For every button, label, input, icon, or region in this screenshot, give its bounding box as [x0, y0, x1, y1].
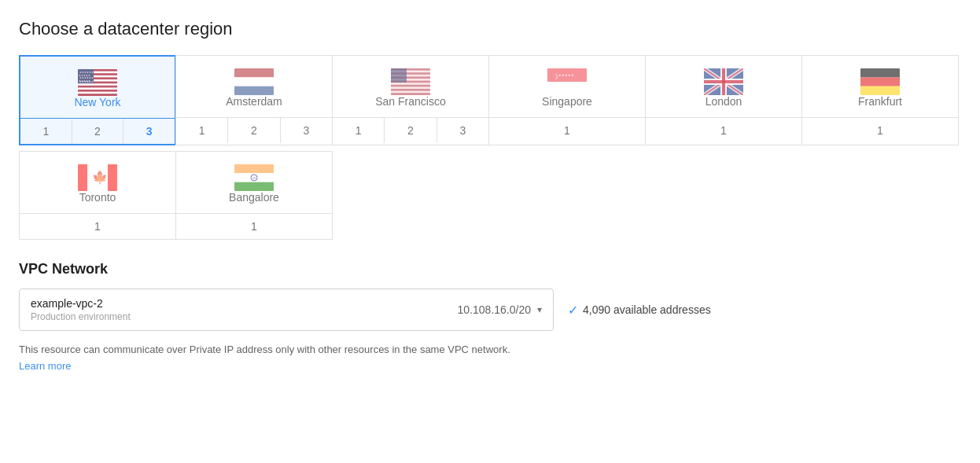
region-sf-num-3[interactable]: 3 [437, 118, 488, 143]
svg-rect-37 [860, 68, 900, 77]
region-name-toronto: Toronto [79, 191, 116, 204]
region-card-london[interactable]: London 1 [645, 55, 802, 145]
svg-text:⊙: ⊙ [252, 175, 256, 180]
flag-gb-icon [704, 68, 743, 95]
chevron-down-icon: ▾ [537, 304, 542, 315]
svg-text:🍁: 🍁 [92, 170, 108, 185]
svg-rect-13 [234, 68, 274, 77]
region-name-singapore: Singapore [542, 95, 592, 108]
learn-more-link[interactable]: Learn more [19, 360, 71, 372]
check-icon: ✓ [568, 303, 578, 318]
region-numbers-san-francisco: 1 2 3 [333, 117, 488, 143]
svg-rect-14 [234, 77, 274, 86]
region-frankfurt-num-1[interactable]: 1 [802, 118, 958, 143]
vpc-dropdown[interactable]: example-vpc-2 Production environment 10.… [19, 288, 554, 331]
svg-rect-21 [391, 86, 430, 89]
region-card-frankfurt[interactable]: Frankfurt 1 [801, 55, 959, 145]
svg-rect-6 [78, 92, 117, 94]
region-numbers-new-york: 1 2 3 [20, 118, 175, 144]
svg-rect-44 [234, 164, 274, 173]
svg-rect-39 [860, 86, 900, 95]
regions-grid-row2: 🍁 Toronto 1 ⊙ Bangalore 1 [19, 151, 961, 239]
svg-rect-15 [234, 86, 274, 95]
svg-rect-4 [78, 83, 117, 86]
vpc-subtitle: Production environment [31, 311, 131, 322]
region-numbers-bangalore: 1 [176, 213, 332, 239]
page-title: Choose a datacenter region [19, 19, 961, 39]
svg-rect-36 [704, 80, 743, 83]
vpc-info: example-vpc-2 Production environment [31, 297, 131, 322]
svg-rect-38 [860, 77, 900, 86]
region-numbers-singapore: 1 [489, 117, 645, 143]
region-bangalore-num-1[interactable]: 1 [176, 214, 332, 239]
flag-us2-icon [391, 68, 430, 95]
region-sf-num-1[interactable]: 1 [333, 118, 385, 143]
svg-rect-25 [547, 82, 587, 95]
region-card-singapore[interactable]: ☽ ★★★★★ Singapore 1 [488, 55, 646, 145]
region-numbers-amsterdam: 1 2 3 [176, 117, 332, 143]
region-new-york-num-3[interactable]: 3 [123, 119, 175, 144]
svg-rect-41 [78, 164, 87, 191]
region-card-san-francisco[interactable]: San Francisco 1 2 3 [332, 55, 489, 145]
svg-rect-5 [78, 87, 117, 90]
flag-nl-icon [234, 68, 274, 95]
region-card-bangalore[interactable]: ⊙ Bangalore 1 [175, 151, 333, 240]
flag-de-icon [860, 68, 900, 95]
vpc-available-addresses: ✓ 4,090 available addresses [568, 303, 711, 318]
region-new-york-num-1[interactable]: 1 [20, 119, 72, 144]
flag-sg-icon: ☽ ★★★★★ [547, 68, 587, 95]
region-numbers-frankfurt: 1 [802, 117, 958, 143]
region-name-frankfurt: Frankfurt [858, 95, 902, 108]
region-name-new-york: New York [74, 96, 120, 108]
region-amsterdam-num-3[interactable]: 3 [281, 118, 332, 143]
flag-ca-icon: 🍁 [78, 164, 117, 191]
region-numbers-london: 1 [646, 117, 801, 143]
svg-rect-42 [108, 164, 117, 191]
region-name-london: London [706, 95, 742, 108]
region-amsterdam-num-2[interactable]: 2 [228, 118, 280, 143]
region-name-amsterdam: Amsterdam [226, 95, 282, 108]
svg-text:★★★★★★: ★★★★★★ [79, 80, 94, 83]
vpc-available-text: 4,090 available addresses [583, 303, 711, 316]
region-name-san-francisco: San Francisco [375, 95, 445, 108]
vpc-cidr-container: 10.108.16.0/20 ▾ [458, 303, 542, 316]
region-name-bangalore: Bangalore [229, 191, 279, 204]
vpc-section: VPC Network example-vpc-2 Production env… [19, 261, 961, 375]
region-amsterdam-num-1[interactable]: 1 [176, 118, 228, 143]
regions-grid: ★★★★★★ ★★★★★ ★★★★★★ ★★★★★ ★★★★★★ New Yor… [19, 55, 961, 145]
region-london-num-1[interactable]: 1 [646, 118, 801, 143]
flag-us-icon: ★★★★★★ ★★★★★ ★★★★★★ ★★★★★ ★★★★★★ [78, 69, 117, 96]
region-toronto-num-1[interactable]: 1 [20, 214, 175, 239]
svg-rect-23 [391, 68, 407, 83]
vpc-cidr: 10.108.16.0/20 [458, 303, 531, 316]
svg-rect-20 [391, 83, 430, 85]
vpc-note: This resource can communicate over Priva… [19, 342, 538, 375]
region-new-york-num-2[interactable]: 2 [72, 119, 124, 144]
svg-text:★★★★★: ★★★★★ [558, 73, 574, 77]
region-numbers-toronto: 1 [20, 213, 175, 239]
vpc-row: example-vpc-2 Production environment 10.… [19, 288, 961, 331]
svg-text:☽: ☽ [552, 73, 558, 81]
svg-rect-46 [234, 182, 274, 191]
vpc-title: VPC Network [19, 261, 961, 277]
flag-in-icon: ⊙ [234, 164, 274, 191]
region-sf-num-2[interactable]: 2 [385, 118, 437, 143]
svg-rect-22 [391, 91, 430, 94]
region-card-new-york[interactable]: ★★★★★★ ★★★★★ ★★★★★★ ★★★★★ ★★★★★★ New Yor… [19, 55, 176, 145]
region-card-toronto[interactable]: 🍁 Toronto 1 [19, 151, 176, 240]
vpc-name: example-vpc-2 [31, 297, 131, 310]
region-singapore-num-1[interactable]: 1 [489, 118, 645, 143]
region-card-amsterdam[interactable]: Amsterdam 1 2 3 [175, 55, 333, 145]
